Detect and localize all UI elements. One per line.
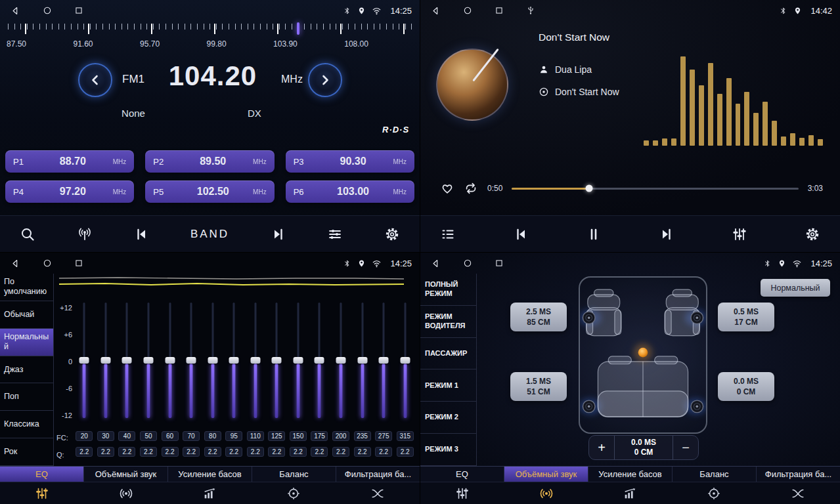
home-icon[interactable] — [43, 259, 52, 268]
eq-band-slider[interactable] — [143, 297, 154, 423]
eq-band-slider[interactable] — [122, 297, 132, 423]
slider-handle[interactable] — [272, 357, 282, 364]
eq-band-slider[interactable] — [293, 297, 303, 423]
tab-crossover-filter[interactable]: Фильтрация ба... — [336, 467, 420, 482]
delay-increase-button[interactable]: + — [589, 440, 614, 455]
tab-eq-sliders[interactable]: EQ — [0, 467, 84, 482]
radio-preset-p2[interactable]: P289.50MHz — [145, 150, 274, 173]
eq-sliders-icon[interactable] — [420, 482, 504, 504]
eq-band-slider[interactable] — [250, 297, 261, 423]
surround-sound-icon[interactable] — [504, 482, 588, 504]
eq-sliders-icon[interactable] — [0, 482, 84, 504]
radio-preset-p4[interactable]: P497.20MHz — [5, 180, 134, 203]
eq-band-slider[interactable] — [271, 297, 282, 423]
seek-previous-icon[interactable] — [133, 226, 149, 242]
slider-handle[interactable] — [208, 357, 217, 364]
listening-mode-4[interactable]: РЕЖИМ 2 — [420, 402, 476, 434]
listening-mode-1[interactable]: РЕЖИМ ВОДИТЕЛЯ — [420, 306, 476, 338]
back-icon[interactable] — [11, 6, 20, 16]
eq-band-slider[interactable] — [378, 297, 389, 423]
eq-preset-3[interactable]: Джаз — [0, 356, 53, 384]
search-icon[interactable] — [20, 226, 35, 242]
slider-handle[interactable] — [400, 357, 410, 364]
eq-band-slider[interactable] — [314, 297, 324, 423]
surround-sound-icon[interactable] — [84, 482, 168, 504]
audio-settings-icon[interactable] — [732, 226, 747, 242]
band-button[interactable]: BAND — [190, 228, 229, 241]
eq-preset-6[interactable]: Рок — [0, 438, 53, 466]
slider-handle[interactable] — [336, 357, 346, 364]
slider-handle[interactable] — [250, 357, 260, 364]
eq-band-slider[interactable] — [100, 297, 111, 423]
frequency-ruler[interactable] — [7, 24, 413, 37]
previous-track-icon[interactable] — [513, 226, 529, 242]
eq-band-slider[interactable] — [165, 297, 175, 423]
eq-band-slider[interactable] — [229, 297, 239, 423]
radio-preset-p3[interactable]: P390.30MHz — [286, 150, 414, 173]
slider-handle[interactable] — [293, 357, 303, 364]
balance-icon[interactable] — [672, 482, 756, 504]
favorite-icon[interactable] — [440, 181, 454, 196]
radio-preset-p6[interactable]: P6103.00MHz — [286, 180, 414, 203]
slider-handle[interactable] — [100, 357, 110, 364]
tune-up-button[interactable] — [308, 63, 342, 97]
recent-apps-icon[interactable] — [74, 259, 83, 268]
slider-handle[interactable] — [187, 357, 196, 364]
tab-bass-boost[interactable]: Усиление басов — [588, 467, 673, 482]
bass-boost-icon[interactable] — [588, 482, 673, 504]
home-icon[interactable] — [463, 259, 472, 268]
radio-preset-p1[interactable]: P188.70MHz — [5, 150, 134, 173]
eq-band-slider[interactable] — [208, 297, 218, 423]
back-icon[interactable] — [431, 259, 441, 268]
tab-eq-sliders[interactable]: EQ — [420, 467, 504, 482]
home-icon[interactable] — [463, 6, 472, 15]
soundfield-preset-button[interactable]: Нормальный — [761, 279, 830, 297]
tune-down-button[interactable] — [78, 63, 112, 97]
repeat-icon[interactable] — [464, 181, 478, 196]
eq-preset-2[interactable]: Нормальный — [0, 329, 53, 356]
recent-apps-icon[interactable] — [74, 6, 83, 15]
eq-preset-0[interactable]: По умолчанию — [0, 274, 53, 301]
slider-handle[interactable] — [165, 357, 175, 364]
back-icon[interactable] — [11, 259, 20, 268]
slider-handle[interactable] — [357, 357, 367, 364]
delay-decrease-button[interactable]: − — [673, 440, 698, 455]
tab-bass-boost[interactable]: Усиление басов — [168, 467, 252, 482]
listening-mode-2[interactable]: ПАССАЖИР — [420, 338, 476, 370]
gear-icon[interactable] — [805, 226, 820, 242]
eq-preset-4[interactable]: Поп — [0, 383, 53, 411]
bass-boost-icon[interactable] — [168, 482, 252, 504]
playlist-icon[interactable] — [440, 226, 456, 242]
tab-surround-sound[interactable]: Объёмный звук — [504, 467, 588, 482]
slider-handle[interactable] — [229, 357, 239, 364]
seek-bar-thumb[interactable] — [586, 185, 593, 192]
listening-mode-0[interactable]: ПОЛНЫЙ РЕЖИМ — [420, 274, 476, 306]
slider-handle[interactable] — [143, 357, 153, 364]
tab-crossover-filter[interactable]: Фильтрация ба... — [757, 467, 840, 482]
tab-balance[interactable]: Баланс — [252, 467, 336, 482]
eq-band-slider[interactable] — [400, 297, 410, 423]
broadcast-scan-icon[interactable] — [77, 226, 93, 242]
balance-icon[interactable] — [252, 482, 336, 504]
recent-apps-icon[interactable] — [495, 6, 504, 15]
slider-handle[interactable] — [79, 357, 89, 364]
back-icon[interactable] — [431, 6, 441, 16]
eq-band-slider[interactable] — [79, 297, 89, 423]
tab-balance[interactable]: Баланс — [673, 467, 757, 482]
eq-band-slider[interactable] — [186, 297, 196, 423]
recent-apps-icon[interactable] — [495, 259, 504, 268]
tab-surround-sound[interactable]: Объёмный звук — [84, 467, 168, 482]
radio-preset-p5[interactable]: P5102.50MHz — [145, 180, 274, 203]
listening-mode-3[interactable]: РЕЖИМ 1 — [420, 369, 476, 402]
listening-mode-5[interactable]: РЕЖИМ 3 — [420, 434, 476, 466]
audio-settings-icon[interactable] — [327, 226, 343, 242]
seek-next-icon[interactable] — [271, 226, 286, 242]
slider-handle[interactable] — [379, 357, 389, 364]
eq-band-slider[interactable] — [357, 297, 368, 423]
slider-handle[interactable] — [315, 357, 324, 364]
next-track-icon[interactable] — [659, 226, 674, 242]
crossover-filter-icon[interactable] — [756, 482, 840, 504]
slider-handle[interactable] — [122, 357, 132, 364]
crossover-filter-icon[interactable] — [336, 482, 420, 504]
eq-preset-1[interactable]: Обычай — [0, 301, 53, 329]
